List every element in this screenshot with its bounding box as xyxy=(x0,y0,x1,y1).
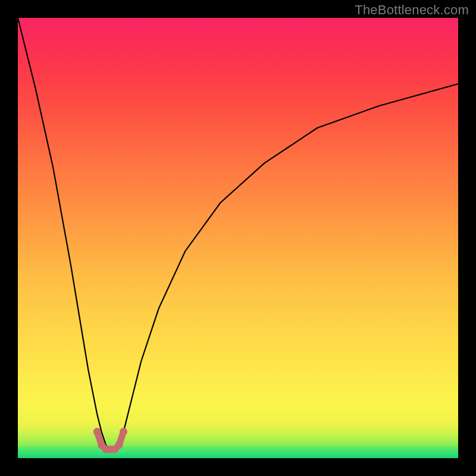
highlight-dot xyxy=(120,428,127,436)
highlight-dot xyxy=(115,441,123,449)
curve-layer xyxy=(18,18,458,458)
highlight-dot xyxy=(93,428,101,436)
plot-area xyxy=(18,18,458,458)
chart-frame: TheBottleneck.com xyxy=(0,0,476,476)
watermark-text: TheBottleneck.com xyxy=(355,2,469,18)
main-curve xyxy=(18,18,458,449)
